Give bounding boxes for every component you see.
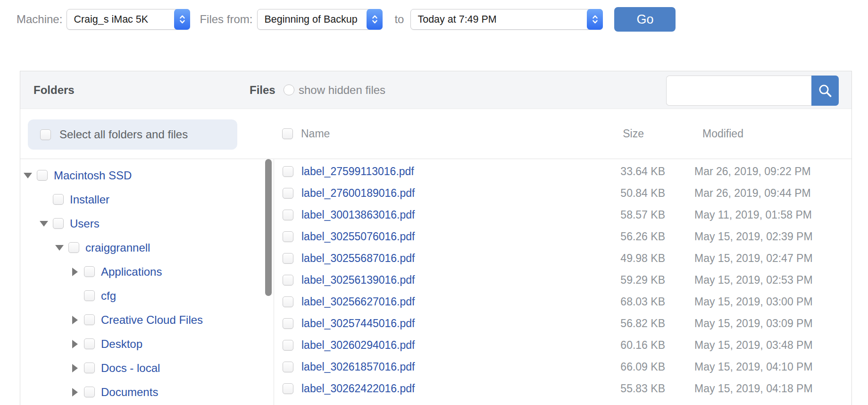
folder-checkbox[interactable] [84, 387, 95, 397]
file-link[interactable]: label_27600189016.pdf [301, 187, 566, 200]
file-link[interactable]: label_30261857016.pdf [301, 361, 566, 373]
expand-open-icon[interactable] [40, 221, 48, 227]
file-checkbox[interactable] [283, 231, 293, 242]
file-link[interactable]: label_30262422016.pdf [301, 382, 566, 395]
file-checkbox[interactable] [283, 210, 293, 220]
tree-row: Users [20, 211, 263, 236]
expand-closed-icon[interactable] [72, 340, 78, 348]
files-list: label_27599113016.pdf 33.64 KB Mar 26, 2… [274, 159, 851, 405]
folders-scrollbar-thumb[interactable] [265, 159, 272, 296]
file-size: 56.82 KB [566, 317, 667, 330]
folder-checkbox[interactable] [53, 218, 64, 229]
file-row: label_30256139016.pdf 59.29 KB May 15, 2… [274, 269, 851, 291]
expand-open-icon[interactable] [24, 173, 32, 178]
file-size: 68.03 KB [566, 295, 667, 308]
browser-content: Macintosh SSD Installer Users craiggrann… [20, 159, 851, 405]
show-hidden-toggle[interactable]: show hidden files [284, 71, 385, 109]
files-from-select[interactable]: Beginning of Backup [257, 9, 383, 30]
expand-closed-icon[interactable] [72, 388, 78, 397]
folders-scrollbar-track[interactable] [263, 159, 274, 405]
file-link[interactable]: label_30255687016.pdf [301, 252, 566, 265]
file-modified: Mar 26, 2019, 09:22 PM [667, 165, 851, 178]
to-date-select[interactable]: Today at 7:49 PM [410, 9, 603, 30]
folders-title: Folders [33, 71, 75, 109]
select-all-row[interactable]: Select all folders and files [28, 119, 237, 150]
folder-checkbox[interactable] [84, 266, 95, 277]
file-link[interactable]: label_27599113016.pdf [301, 165, 566, 178]
expand-open-icon[interactable] [55, 245, 64, 251]
file-checkbox[interactable] [283, 296, 293, 307]
file-link[interactable]: label_30013863016.pdf [301, 209, 566, 221]
expand-closed-icon[interactable] [72, 316, 78, 324]
files-title: Files [250, 71, 275, 109]
backup-restore-page: Machine: Craig_s iMac 5K Files from: Beg… [0, 0, 868, 405]
folder-link[interactable]: Macintosh SSD [54, 169, 132, 182]
select-all-files-checkbox[interactable] [282, 128, 293, 139]
file-row: label_30256627016.pdf 68.03 KB May 15, 2… [274, 291, 851, 312]
tree-row: Installer [20, 187, 263, 211]
folder-checkbox[interactable] [84, 314, 95, 325]
column-header-modified: Modified [667, 127, 851, 140]
file-size: 60.16 KB [566, 339, 667, 352]
file-size: 49.98 KB [566, 252, 667, 265]
tree-row: Macintosh SSD [20, 163, 263, 187]
file-link[interactable]: label_30257445016.pdf [301, 317, 566, 330]
folder-checkbox[interactable] [84, 363, 95, 373]
machine-select-value: Craig_s iMac 5K [67, 14, 148, 25]
file-size: 56.26 KB [566, 230, 667, 243]
file-row: label_30261857016.pdf 66.09 KB May 15, 2… [274, 356, 851, 378]
select-stepper-icon [174, 9, 190, 30]
tree-row: Creative Cloud Files [20, 308, 263, 332]
column-header-name: Name [301, 127, 565, 140]
search-button[interactable] [811, 76, 839, 106]
file-checkbox[interactable] [283, 318, 293, 329]
file-modified: May 15, 2019, 03:09 PM [667, 317, 851, 330]
file-size: 33.64 KB [566, 165, 667, 178]
folder-link[interactable]: Creative Cloud Files [101, 313, 203, 327]
file-size: 58.57 KB [566, 209, 667, 221]
file-checkbox[interactable] [283, 166, 293, 177]
file-size: 55.83 KB [566, 382, 667, 395]
file-modified: May 11, 2019, 01:58 PM [667, 209, 851, 221]
show-hidden-checkbox[interactable] [284, 84, 294, 95]
folder-checkbox[interactable] [84, 338, 95, 349]
file-link[interactable]: label_30255076016.pdf [301, 230, 566, 243]
show-hidden-label: show hidden files [299, 84, 385, 97]
folder-link[interactable]: craiggrannell [85, 241, 150, 254]
folder-link[interactable]: Desktop [101, 338, 142, 351]
folder-link[interactable]: Docs - local [101, 362, 160, 375]
file-size: 50.84 KB [566, 187, 667, 200]
file-checkbox[interactable] [283, 340, 293, 351]
folder-checkbox[interactable] [84, 290, 95, 301]
file-row: label_30257445016.pdf 56.82 KB May 15, 2… [274, 312, 851, 334]
file-checkbox[interactable] [283, 188, 293, 199]
expand-closed-icon[interactable] [72, 364, 78, 372]
file-modified: Mar 26, 2019, 09:44 PM [667, 187, 851, 200]
folder-link[interactable]: Applications [101, 265, 162, 278]
file-row: label_30255687016.pdf 49.98 KB May 15, 2… [274, 247, 851, 269]
select-all-checkbox[interactable] [40, 129, 51, 140]
file-size: 66.09 KB [566, 361, 667, 373]
folder-link[interactable]: cfg [101, 289, 116, 303]
file-checkbox[interactable] [283, 362, 293, 372]
file-link[interactable]: label_30256627016.pdf [301, 295, 566, 308]
file-checkbox[interactable] [283, 253, 293, 264]
folder-link[interactable]: Users [70, 217, 100, 230]
expand-closed-icon[interactable] [72, 268, 78, 276]
machine-select[interactable]: Craig_s iMac 5K [67, 9, 190, 30]
folder-link[interactable]: Installer [70, 193, 109, 206]
file-link[interactable]: label_30260294016.pdf [301, 339, 566, 352]
search-input[interactable] [666, 76, 811, 106]
files-column-headers: Name Size Modified [274, 109, 851, 159]
folder-link[interactable]: Documents [101, 386, 158, 399]
go-button[interactable]: Go [614, 7, 676, 32]
folder-checkbox[interactable] [53, 194, 64, 205]
folder-checkbox[interactable] [37, 170, 48, 181]
select-stepper-icon [587, 9, 603, 30]
files-from-label: Files from: [200, 13, 252, 26]
file-checkbox[interactable] [283, 383, 293, 394]
file-link[interactable]: label_30256139016.pdf [301, 274, 566, 287]
tree-row: craiggrannell [20, 236, 263, 260]
file-checkbox[interactable] [283, 275, 293, 286]
folder-checkbox[interactable] [68, 242, 79, 253]
